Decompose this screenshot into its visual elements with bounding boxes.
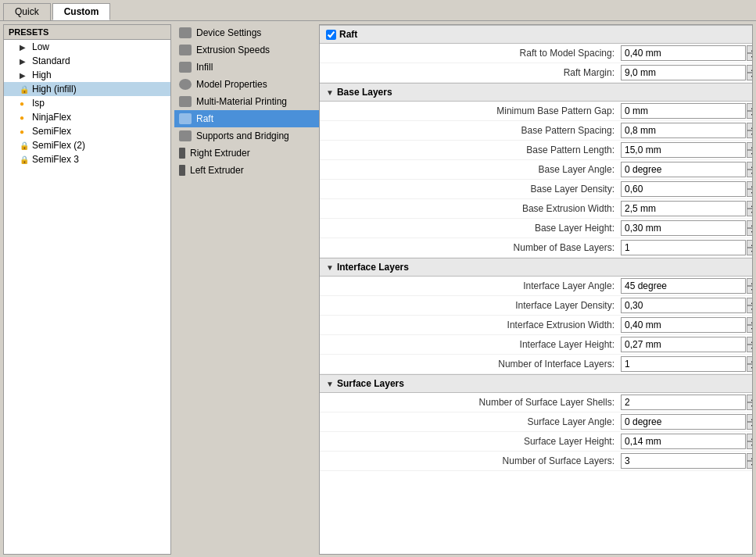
interface-layer-density-down[interactable]: ▼ — [747, 305, 753, 313]
preset-item-semiflex2[interactable]: 🔒 SemiFlex (2) — [4, 138, 170, 152]
preset-item-high[interactable]: ▶ High — [4, 68, 170, 82]
base-layer-height-down[interactable]: ▼ — [747, 228, 753, 236]
number-of-surface-layers-up[interactable]: ▲ — [747, 453, 753, 461]
surface-layer-height-up[interactable]: ▲ — [747, 434, 753, 441]
circle-icon: ● — [20, 127, 29, 136]
base-layer-density-up[interactable]: ▲ — [747, 181, 753, 189]
base-pattern-length-control: ▲ ▼ — [621, 142, 746, 158]
raft-checkbox[interactable] — [326, 30, 336, 40]
interface-layer-height-input[interactable] — [621, 337, 746, 352]
preset-item-high-infill[interactable]: 🔒 High (infill) — [4, 82, 170, 96]
number-of-base-layers-up[interactable]: ▲ — [747, 240, 753, 248]
base-layer-angle-up[interactable]: ▲ — [747, 162, 753, 170]
base-layer-angle-down[interactable]: ▼ — [747, 170, 753, 177]
interface-layer-density-input[interactable] — [621, 298, 746, 313]
preset-item-semiflex[interactable]: ● SemiFlex — [4, 124, 170, 138]
raft-margin-up[interactable]: ▲ — [747, 65, 753, 73]
number-of-interface-layers-input[interactable] — [621, 356, 746, 372]
surface-layer-height-down[interactable]: ▼ — [747, 441, 753, 449]
interface-extrusion-width-input[interactable] — [621, 317, 746, 333]
preset-item-isp[interactable]: ● Isp — [4, 96, 170, 110]
interface-layer-density-up[interactable]: ▲ — [747, 298, 753, 305]
raft-margin-label: Raft Margin: — [326, 67, 621, 78]
base-layer-angle-label: Base Layer Angle: — [326, 164, 621, 175]
interface-layer-density-row: Interface Layer Density: ▲ ▼ — [320, 296, 752, 316]
base-pattern-spacing-up[interactable]: ▲ — [747, 123, 753, 130]
base-pattern-length-input[interactable] — [621, 142, 746, 158]
interface-extrusion-width-up[interactable]: ▲ — [747, 317, 753, 325]
base-pattern-length-up[interactable]: ▲ — [747, 142, 753, 150]
base-layer-angle-input[interactable] — [621, 162, 746, 177]
surface-layer-angle-down[interactable]: ▼ — [747, 422, 753, 430]
interface-extrusion-width-down[interactable]: ▼ — [747, 325, 753, 333]
number-of-interface-layers-up[interactable]: ▲ — [747, 356, 753, 364]
number-of-surface-layers-down[interactable]: ▼ — [747, 461, 753, 469]
base-pattern-length-down[interactable]: ▼ — [747, 150, 753, 158]
preset-item-standard[interactable]: ▶ Standard — [4, 54, 170, 68]
number-of-surface-layer-shells-down[interactable]: ▼ — [747, 402, 753, 410]
nav-raft[interactable]: Raft — [174, 110, 319, 127]
right-extruder-icon — [179, 148, 185, 159]
interface-layer-height-up[interactable]: ▲ — [747, 337, 753, 345]
min-base-pattern-gap-up[interactable]: ▲ — [747, 103, 753, 111]
preset-item-ninjaflex[interactable]: ● NinjaFlex — [4, 110, 170, 124]
base-extrusion-width-input[interactable] — [621, 201, 746, 216]
surface-layer-angle-up[interactable]: ▲ — [747, 414, 753, 422]
base-pattern-spacing-row: Base Pattern Spacing: ▲ ▼ — [320, 121, 752, 141]
base-layer-height-input[interactable] — [621, 220, 746, 236]
raft-to-model-spacing-up[interactable]: ▲ — [747, 45, 753, 53]
tab-quick[interactable]: Quick — [3, 3, 51, 20]
interface-layer-angle-input[interactable] — [621, 278, 746, 294]
presets-panel: PRESETS ▶ Low ▶ Standard ▶ High 🔒 High (… — [3, 24, 171, 555]
base-layers-collapse-arrow[interactable]: ▼ — [326, 88, 334, 97]
preset-item-low[interactable]: ▶ Low — [4, 40, 170, 54]
nav-device-settings[interactable]: Device Settings — [174, 24, 319, 41]
raft-to-model-spacing-input[interactable] — [621, 45, 746, 61]
base-layer-height-up[interactable]: ▲ — [747, 220, 753, 228]
nav-multi-material[interactable]: Multi-Material Printing — [174, 93, 319, 110]
base-layer-density-input[interactable] — [621, 181, 746, 197]
number-of-surface-layers-label: Number of Surface Layers: — [326, 455, 621, 466]
number-of-surface-layers-input[interactable] — [621, 453, 746, 469]
number-of-base-layers-control: ▲ ▼ — [621, 240, 746, 255]
raft-margin-down[interactable]: ▼ — [747, 73, 753, 80]
interface-layer-angle-up[interactable]: ▲ — [747, 278, 753, 286]
raft-to-model-spacing-down[interactable]: ▼ — [747, 53, 753, 61]
interface-layer-density-control: ▲ ▼ — [621, 298, 746, 313]
number-of-base-layers-down[interactable]: ▼ — [747, 248, 753, 255]
nav-model-properties[interactable]: Model Properties — [174, 76, 319, 93]
min-base-pattern-gap-down[interactable]: ▼ — [747, 111, 753, 119]
lock-icon: 🔒 — [20, 85, 29, 94]
nav-extrusion-speeds[interactable]: Extrusion Speeds — [174, 41, 319, 59]
surface-layer-height-input[interactable] — [621, 434, 746, 449]
tab-custom[interactable]: Custom — [52, 3, 111, 20]
preset-item-semiflex3[interactable]: 🔒 SemiFlex 3 — [4, 152, 170, 166]
interface-layer-height-down[interactable]: ▼ — [747, 345, 753, 352]
interface-layers-collapse-arrow[interactable]: ▼ — [326, 263, 334, 272]
number-of-surface-layer-shells-spinner: ▲ ▼ — [747, 395, 753, 410]
raft-margin-input[interactable] — [621, 65, 746, 80]
base-pattern-spacing-down[interactable]: ▼ — [747, 130, 753, 138]
base-extrusion-width-up[interactable]: ▲ — [747, 201, 753, 209]
surface-layer-height-label: Surface Layer Height: — [326, 436, 621, 447]
base-layer-density-down[interactable]: ▼ — [747, 189, 753, 197]
nav-infill[interactable]: Infill — [174, 59, 319, 76]
base-pattern-spacing-input[interactable] — [621, 123, 746, 138]
interface-layer-angle-down[interactable]: ▼ — [747, 286, 753, 294]
base-pattern-spacing-spinner: ▲ ▼ — [747, 123, 753, 138]
surface-layer-angle-label: Surface Layer Angle: — [326, 416, 621, 427]
number-of-surface-layer-shells-input[interactable] — [621, 395, 746, 410]
surface-layer-angle-input[interactable] — [621, 414, 746, 430]
number-of-surface-layer-shells-row: Number of Surface Layer Shells: ▲ ▼ — [320, 393, 752, 412]
min-base-pattern-gap-input[interactable] — [621, 103, 746, 119]
base-extrusion-width-down[interactable]: ▼ — [747, 209, 753, 216]
number-of-interface-layers-down[interactable]: ▼ — [747, 364, 753, 372]
presets-header: PRESETS — [4, 25, 170, 40]
number-of-surface-layer-shells-up[interactable]: ▲ — [747, 395, 753, 402]
nav-right-extruder[interactable]: Right Extruder — [174, 145, 319, 162]
nav-supports[interactable]: Supports and Bridging — [174, 127, 319, 145]
number-of-base-layers-input[interactable] — [621, 240, 746, 255]
surface-layers-collapse-arrow[interactable]: ▼ — [326, 380, 334, 388]
base-extrusion-width-row: Base Extrusion Width: ▲ ▼ — [320, 199, 752, 219]
nav-left-extruder[interactable]: Left Extruder — [174, 162, 319, 179]
